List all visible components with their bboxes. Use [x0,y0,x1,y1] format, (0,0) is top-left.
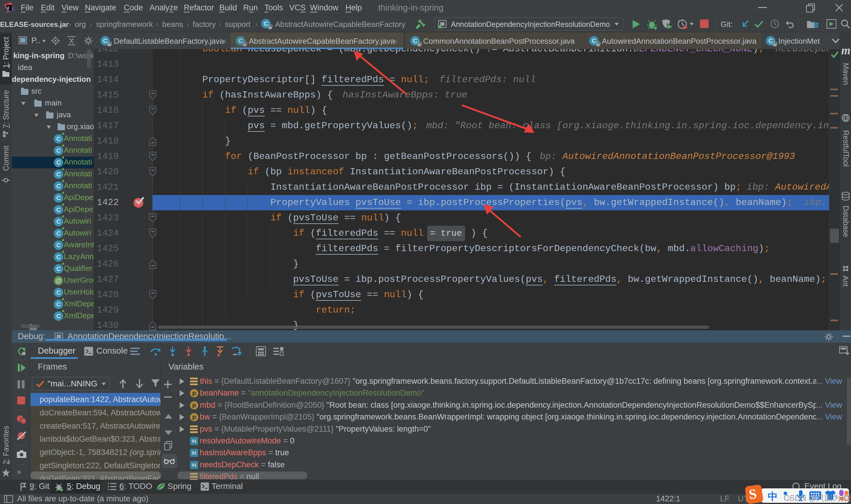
svg-text:IJ: IJ [6,6,9,10]
